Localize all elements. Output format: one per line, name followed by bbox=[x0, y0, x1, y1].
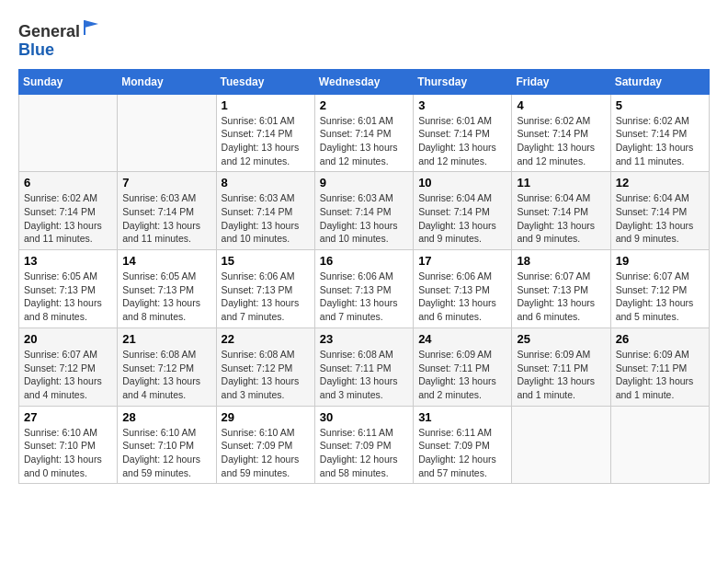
table-cell: 3Sunrise: 6:01 AM Sunset: 7:14 PM Daylig… bbox=[414, 94, 512, 172]
header-tuesday: Tuesday bbox=[216, 69, 314, 94]
day-number: 19 bbox=[616, 254, 704, 268]
day-info: Sunrise: 6:10 AM Sunset: 7:10 PM Dayligh… bbox=[24, 426, 112, 480]
day-info: Sunrise: 6:04 AM Sunset: 7:14 PM Dayligh… bbox=[517, 191, 605, 246]
table-cell: 28Sunrise: 6:10 AM Sunset: 7:10 PM Dayli… bbox=[118, 406, 216, 484]
table-cell: 27Sunrise: 6:10 AM Sunset: 7:10 PM Dayli… bbox=[19, 406, 118, 484]
day-number: 9 bbox=[320, 176, 408, 190]
day-number: 31 bbox=[418, 410, 506, 424]
calendar-header: SundayMondayTuesdayWednesdayThursdayFrid… bbox=[19, 69, 710, 94]
table-cell: 14Sunrise: 6:05 AM Sunset: 7:13 PM Dayli… bbox=[118, 250, 216, 328]
week-row-3: 13Sunrise: 6:05 AM Sunset: 7:13 PM Dayli… bbox=[19, 250, 710, 328]
table-cell: 2Sunrise: 6:01 AM Sunset: 7:14 PM Daylig… bbox=[314, 94, 413, 172]
day-info: Sunrise: 6:08 AM Sunset: 7:12 PM Dayligh… bbox=[222, 348, 310, 402]
day-info: Sunrise: 6:04 AM Sunset: 7:14 PM Dayligh… bbox=[418, 191, 506, 246]
day-info: Sunrise: 6:09 AM Sunset: 7:11 PM Dayligh… bbox=[517, 348, 605, 402]
day-info: Sunrise: 6:09 AM Sunset: 7:11 PM Dayligh… bbox=[616, 348, 704, 402]
day-info: Sunrise: 6:01 AM Sunset: 7:14 PM Dayligh… bbox=[418, 114, 506, 168]
logo-blue: Blue bbox=[18, 40, 54, 59]
header-friday: Friday bbox=[512, 69, 610, 94]
day-number: 4 bbox=[517, 98, 605, 112]
table-cell bbox=[512, 406, 610, 484]
day-info: Sunrise: 6:11 AM Sunset: 7:09 PM Dayligh… bbox=[418, 426, 506, 480]
day-info: Sunrise: 6:07 AM Sunset: 7:12 PM Dayligh… bbox=[24, 348, 112, 402]
day-number: 1 bbox=[222, 98, 310, 112]
day-info: Sunrise: 6:09 AM Sunset: 7:11 PM Dayligh… bbox=[418, 348, 506, 402]
table-cell: 21Sunrise: 6:08 AM Sunset: 7:12 PM Dayli… bbox=[118, 327, 216, 406]
table-cell: 7Sunrise: 6:03 AM Sunset: 7:14 PM Daylig… bbox=[118, 172, 216, 250]
day-info: Sunrise: 6:07 AM Sunset: 7:13 PM Dayligh… bbox=[517, 270, 605, 324]
day-number: 3 bbox=[418, 98, 506, 112]
day-number: 13 bbox=[24, 254, 112, 268]
logo-flag-icon bbox=[82, 18, 100, 37]
table-cell: 12Sunrise: 6:04 AM Sunset: 7:14 PM Dayli… bbox=[610, 172, 709, 250]
table-cell: 1Sunrise: 6:01 AM Sunset: 7:14 PM Daylig… bbox=[216, 94, 314, 172]
header-sunday: Sunday bbox=[19, 69, 118, 94]
day-number: 28 bbox=[122, 410, 210, 424]
day-info: Sunrise: 6:02 AM Sunset: 7:14 PM Dayligh… bbox=[24, 191, 112, 246]
week-row-5: 27Sunrise: 6:10 AM Sunset: 7:10 PM Dayli… bbox=[19, 406, 710, 484]
table-cell bbox=[610, 406, 709, 484]
calendar-table: SundayMondayTuesdayWednesdayThursdayFrid… bbox=[18, 69, 710, 485]
header-row: SundayMondayTuesdayWednesdayThursdayFrid… bbox=[19, 69, 710, 94]
day-info: Sunrise: 6:06 AM Sunset: 7:13 PM Dayligh… bbox=[320, 270, 408, 324]
day-info: Sunrise: 6:03 AM Sunset: 7:14 PM Dayligh… bbox=[222, 191, 310, 246]
table-cell bbox=[19, 94, 118, 172]
day-number: 12 bbox=[616, 176, 704, 190]
day-number: 24 bbox=[418, 332, 506, 346]
day-info: Sunrise: 6:03 AM Sunset: 7:14 PM Dayligh… bbox=[122, 191, 210, 246]
table-cell: 18Sunrise: 6:07 AM Sunset: 7:13 PM Dayli… bbox=[512, 250, 610, 328]
table-cell: 11Sunrise: 6:04 AM Sunset: 7:14 PM Dayli… bbox=[512, 172, 610, 250]
day-number: 29 bbox=[222, 410, 310, 424]
header-thursday: Thursday bbox=[414, 69, 512, 94]
table-cell: 31Sunrise: 6:11 AM Sunset: 7:09 PM Dayli… bbox=[414, 406, 512, 484]
table-cell: 13Sunrise: 6:05 AM Sunset: 7:13 PM Dayli… bbox=[19, 250, 118, 328]
table-cell: 22Sunrise: 6:08 AM Sunset: 7:12 PM Dayli… bbox=[216, 327, 314, 406]
table-cell: 16Sunrise: 6:06 AM Sunset: 7:13 PM Dayli… bbox=[314, 250, 413, 328]
day-info: Sunrise: 6:06 AM Sunset: 7:13 PM Dayligh… bbox=[222, 270, 310, 324]
table-cell: 20Sunrise: 6:07 AM Sunset: 7:12 PM Dayli… bbox=[19, 327, 118, 406]
logo: General Blue bbox=[18, 18, 100, 60]
table-cell: 24Sunrise: 6:09 AM Sunset: 7:11 PM Dayli… bbox=[414, 327, 512, 406]
header-saturday: Saturday bbox=[610, 69, 709, 94]
calendar-body: 1Sunrise: 6:01 AM Sunset: 7:14 PM Daylig… bbox=[19, 94, 710, 484]
day-info: Sunrise: 6:08 AM Sunset: 7:11 PM Dayligh… bbox=[320, 348, 408, 402]
table-cell: 26Sunrise: 6:09 AM Sunset: 7:11 PM Dayli… bbox=[610, 327, 709, 406]
table-cell: 25Sunrise: 6:09 AM Sunset: 7:11 PM Dayli… bbox=[512, 327, 610, 406]
week-row-4: 20Sunrise: 6:07 AM Sunset: 7:12 PM Dayli… bbox=[19, 327, 710, 406]
table-cell: 15Sunrise: 6:06 AM Sunset: 7:13 PM Dayli… bbox=[216, 250, 314, 328]
day-number: 14 bbox=[122, 254, 210, 268]
day-info: Sunrise: 6:03 AM Sunset: 7:14 PM Dayligh… bbox=[320, 191, 408, 246]
day-number: 26 bbox=[616, 332, 704, 346]
table-cell: 6Sunrise: 6:02 AM Sunset: 7:14 PM Daylig… bbox=[19, 172, 118, 250]
day-info: Sunrise: 6:10 AM Sunset: 7:09 PM Dayligh… bbox=[222, 426, 310, 480]
day-number: 30 bbox=[320, 410, 408, 424]
table-cell: 4Sunrise: 6:02 AM Sunset: 7:14 PM Daylig… bbox=[512, 94, 610, 172]
table-cell: 23Sunrise: 6:08 AM Sunset: 7:11 PM Dayli… bbox=[314, 327, 413, 406]
day-number: 11 bbox=[517, 176, 605, 190]
day-info: Sunrise: 6:10 AM Sunset: 7:10 PM Dayligh… bbox=[122, 426, 210, 480]
table-cell: 5Sunrise: 6:02 AM Sunset: 7:14 PM Daylig… bbox=[610, 94, 709, 172]
table-cell: 10Sunrise: 6:04 AM Sunset: 7:14 PM Dayli… bbox=[414, 172, 512, 250]
page-header: General Blue bbox=[18, 18, 710, 60]
day-number: 5 bbox=[616, 98, 704, 112]
day-info: Sunrise: 6:05 AM Sunset: 7:13 PM Dayligh… bbox=[24, 270, 112, 324]
day-info: Sunrise: 6:01 AM Sunset: 7:14 PM Dayligh… bbox=[222, 114, 310, 168]
table-cell: 8Sunrise: 6:03 AM Sunset: 7:14 PM Daylig… bbox=[216, 172, 314, 250]
table-cell: 17Sunrise: 6:06 AM Sunset: 7:13 PM Dayli… bbox=[414, 250, 512, 328]
day-number: 6 bbox=[24, 176, 112, 190]
day-number: 10 bbox=[418, 176, 506, 190]
day-number: 21 bbox=[122, 332, 210, 346]
day-info: Sunrise: 6:08 AM Sunset: 7:12 PM Dayligh… bbox=[122, 348, 210, 402]
day-info: Sunrise: 6:01 AM Sunset: 7:14 PM Dayligh… bbox=[320, 114, 408, 168]
day-number: 15 bbox=[222, 254, 310, 268]
table-cell: 29Sunrise: 6:10 AM Sunset: 7:09 PM Dayli… bbox=[216, 406, 314, 484]
day-number: 7 bbox=[122, 176, 210, 190]
header-wednesday: Wednesday bbox=[314, 69, 413, 94]
logo-general: General bbox=[18, 22, 80, 40]
day-info: Sunrise: 6:04 AM Sunset: 7:14 PM Dayligh… bbox=[616, 191, 704, 246]
day-number: 17 bbox=[418, 254, 506, 268]
day-number: 2 bbox=[320, 98, 408, 112]
day-info: Sunrise: 6:07 AM Sunset: 7:12 PM Dayligh… bbox=[616, 270, 704, 324]
day-info: Sunrise: 6:05 AM Sunset: 7:13 PM Dayligh… bbox=[122, 270, 210, 324]
day-number: 16 bbox=[320, 254, 408, 268]
